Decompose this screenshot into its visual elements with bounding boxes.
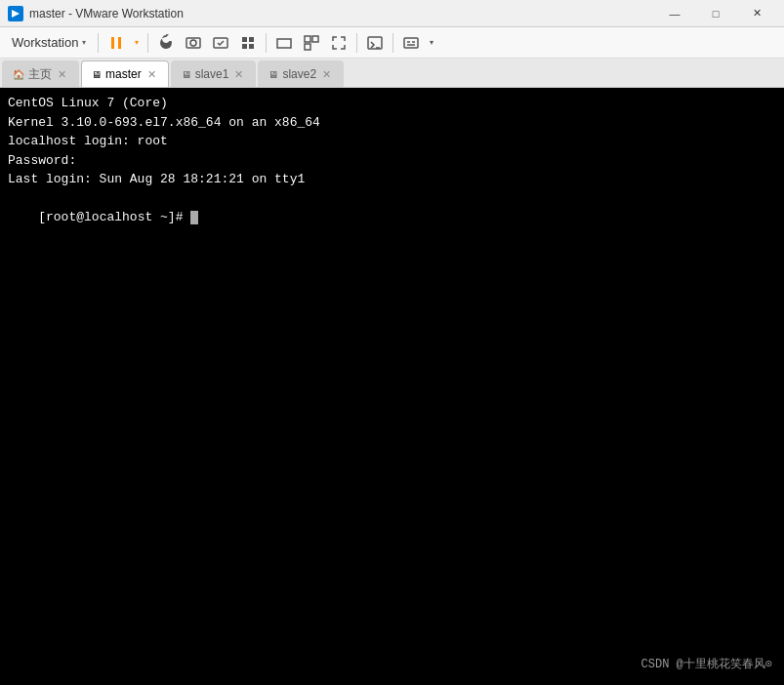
- slave2-tab-icon: 🖥: [268, 69, 278, 80]
- svg-rect-6: [242, 37, 247, 42]
- snapshot-button-3[interactable]: [234, 30, 262, 56]
- svg-rect-7: [249, 37, 254, 42]
- slave1-tab-icon: 🖥: [182, 69, 191, 80]
- snapshot-button-2[interactable]: [207, 30, 234, 56]
- menu-sep-1: [98, 33, 99, 53]
- svg-rect-2: [118, 37, 121, 49]
- svg-rect-11: [305, 36, 310, 42]
- tab-slave1[interactable]: 🖥 slave1 ✕: [171, 60, 257, 87]
- tab-slave2[interactable]: 🖥 slave2 ✕: [258, 60, 344, 87]
- watermark: CSDN @十里桃花笑春风⊙: [641, 656, 772, 673]
- terminal-line-5: Last login: Sun Aug 28 18:21:21 on tty1: [8, 170, 776, 189]
- master-tab-icon: 🖥: [92, 69, 102, 80]
- menu-sep-4: [356, 33, 357, 53]
- svg-rect-9: [249, 44, 254, 49]
- tab-home-label: 主页: [28, 66, 52, 83]
- tab-home-close[interactable]: ✕: [56, 67, 68, 82]
- vmware-icon: [8, 6, 23, 21]
- fullscreen-button-3[interactable]: [325, 30, 352, 56]
- title-bar: master - VMware Workstation — □ ✕: [0, 0, 784, 27]
- svg-rect-12: [312, 36, 318, 42]
- window-title: master - VMware Workstation: [29, 7, 184, 20]
- window-controls: — □ ✕: [655, 0, 776, 27]
- workstation-label: Workstation: [12, 35, 78, 50]
- terminal-line-3: localhost login: root: [8, 132, 776, 151]
- minimize-button[interactable]: —: [655, 0, 694, 27]
- tab-master-close[interactable]: ✕: [145, 67, 158, 82]
- terminal-cursor: [190, 211, 198, 224]
- svg-rect-1: [111, 37, 114, 49]
- pause-button[interactable]: [103, 30, 130, 56]
- send-dropdown-button[interactable]: ▾: [425, 30, 438, 56]
- menu-sep-5: [392, 33, 393, 53]
- home-tab-icon: 🏠: [13, 69, 24, 80]
- console-button[interactable]: [361, 30, 389, 56]
- tab-slave2-close[interactable]: ✕: [320, 67, 333, 82]
- svg-rect-14: [368, 37, 382, 49]
- terminal-line-1: Kernel 3.10.0-693.el7.x86_64 on an x86_6…: [8, 113, 776, 133]
- svg-rect-16: [404, 38, 418, 48]
- menu-sep-3: [266, 33, 267, 53]
- terminal-prompt: [root@localhost ~]#: [38, 210, 190, 224]
- svg-rect-8: [242, 44, 247, 49]
- tab-home[interactable]: 🏠 主页 ✕: [2, 60, 79, 87]
- terminal-area[interactable]: CentOS Linux 7 (Core) Kernel 3.10.0-693.…: [0, 88, 784, 685]
- workstation-menu[interactable]: Workstation ▾: [4, 31, 94, 54]
- tabs-bar: 🏠 主页 ✕ 🖥 master ✕ 🖥 slave1 ✕ 🖥 slave2 ✕: [0, 59, 784, 88]
- svg-marker-0: [12, 10, 20, 18]
- tab-slave1-close[interactable]: ✕: [232, 67, 245, 82]
- terminal-line-6: [root@localhost ~]#: [8, 189, 776, 247]
- svg-rect-13: [305, 44, 310, 50]
- tab-slave2-label: slave2: [282, 67, 316, 81]
- svg-rect-10: [277, 39, 291, 48]
- workstation-dropdown-arrow: ▾: [82, 38, 86, 47]
- svg-point-4: [190, 40, 196, 46]
- close-button[interactable]: ✕: [737, 0, 776, 27]
- menu-sep-2: [147, 33, 148, 53]
- tab-master[interactable]: 🖥 master ✕: [81, 60, 169, 87]
- maximize-button[interactable]: □: [696, 0, 735, 27]
- snapshot-button-1[interactable]: [180, 30, 207, 56]
- fullscreen-button-2[interactable]: [298, 30, 325, 56]
- menu-bar: Workstation ▾ ▾ ▾: [0, 27, 784, 59]
- pause-dropdown-button[interactable]: ▾: [130, 30, 144, 56]
- terminal-line-4: Password:: [8, 151, 776, 171]
- send-keys-button[interactable]: [397, 30, 425, 56]
- fullscreen-button-1[interactable]: [270, 30, 298, 56]
- tab-master-label: master: [105, 67, 142, 81]
- tab-slave1-label: slave1: [195, 67, 229, 81]
- revert-button[interactable]: [152, 30, 180, 56]
- title-bar-left: master - VMware Workstation: [8, 6, 184, 21]
- terminal-line-0: CentOS Linux 7 (Core): [8, 94, 776, 113]
